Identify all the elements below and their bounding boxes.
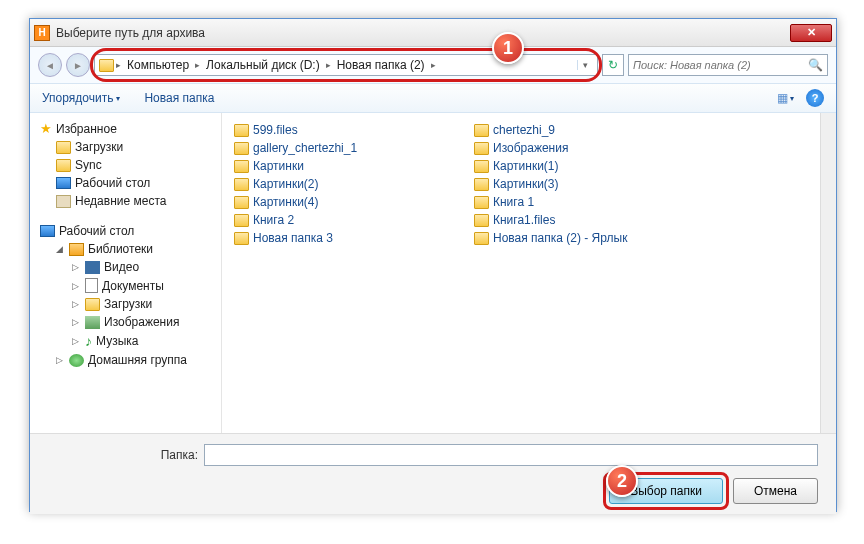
- music-icon: ♪: [85, 333, 92, 349]
- folder-icon: [99, 59, 114, 72]
- address-dropdown-icon[interactable]: ▾: [577, 60, 593, 70]
- dialog-body: ★Избранное Загрузки Sync Рабочий стол Не…: [30, 113, 836, 433]
- list-item[interactable]: Картинки: [234, 157, 474, 175]
- organize-menu[interactable]: Упорядочить ▾: [42, 91, 120, 105]
- list-item[interactable]: Новая папка (2) - Ярлык: [474, 229, 714, 247]
- breadcrumb-computer[interactable]: Компьютер: [123, 58, 193, 72]
- list-item[interactable]: Изображения: [474, 139, 714, 157]
- folder-icon: [234, 160, 249, 173]
- folder-icon: [234, 142, 249, 155]
- desktop-icon: [40, 225, 55, 237]
- folder-icon: [474, 196, 489, 209]
- expand-icon: ▷: [72, 262, 79, 272]
- sidebar-desktop[interactable]: Рабочий стол: [34, 174, 217, 192]
- expand-icon: ▷: [56, 355, 63, 365]
- breadcrumb-drive[interactable]: Локальный диск (D:): [202, 58, 324, 72]
- folder-name-input[interactable]: [204, 444, 818, 466]
- chevron-icon: ▸: [431, 60, 436, 70]
- back-button[interactable]: ◄: [38, 53, 62, 77]
- folder-icon: [234, 232, 249, 245]
- sidebar-images[interactable]: ▷Изображения: [34, 313, 217, 331]
- list-item[interactable]: gallery_chertezhi_1: [234, 139, 474, 157]
- list-item[interactable]: Картинки(4): [234, 193, 474, 211]
- annotation-marker-1: 1: [492, 32, 524, 64]
- sidebar-documents[interactable]: ▷Документы: [34, 276, 217, 295]
- homegroup-icon: [69, 354, 84, 367]
- folder-label: Папка:: [48, 448, 198, 462]
- app-icon: H: [34, 25, 50, 41]
- list-item[interactable]: Книга1.files: [474, 211, 714, 229]
- sidebar-sync[interactable]: Sync: [34, 156, 217, 174]
- sidebar-libraries[interactable]: ◢Библиотеки: [34, 240, 217, 258]
- folder-icon: [56, 141, 71, 154]
- expand-icon: ▷: [72, 281, 79, 291]
- search-icon: 🔍: [808, 58, 823, 72]
- chevron-down-icon: ▾: [116, 94, 120, 103]
- cancel-button[interactable]: Отмена: [733, 478, 818, 504]
- list-item[interactable]: 599.files: [234, 121, 474, 139]
- file-list: 599.files gallery_chertezhi_1 Картинки К…: [222, 113, 820, 433]
- sidebar-music[interactable]: ▷♪Музыка: [34, 331, 217, 351]
- folder-icon: [474, 124, 489, 137]
- annotation-marker-2: 2: [606, 465, 638, 497]
- refresh-button[interactable]: ↻: [602, 54, 624, 76]
- image-icon: [85, 316, 100, 329]
- help-icon[interactable]: ?: [806, 89, 824, 107]
- breadcrumb-folder[interactable]: Новая папка (2): [333, 58, 429, 72]
- search-box[interactable]: 🔍: [628, 54, 828, 76]
- view-options-button[interactable]: ▦▾: [774, 89, 796, 107]
- search-input[interactable]: [633, 59, 808, 71]
- list-item[interactable]: Книга 2: [234, 211, 474, 229]
- navigation-pane: ★Избранное Загрузки Sync Рабочий стол Не…: [30, 113, 222, 433]
- folder-icon: [234, 124, 249, 137]
- folder-icon: [85, 298, 100, 311]
- list-item[interactable]: Книга 1: [474, 193, 714, 211]
- scrollbar[interactable]: [820, 113, 836, 433]
- new-folder-button[interactable]: Новая папка: [144, 91, 214, 105]
- sidebar-favorites[interactable]: ★Избранное: [34, 119, 217, 138]
- folder-icon: [474, 160, 489, 173]
- expand-icon: ▷: [72, 317, 79, 327]
- library-icon: [69, 243, 84, 256]
- folder-icon: [474, 214, 489, 227]
- star-icon: ★: [40, 121, 52, 136]
- list-item[interactable]: Картинки(1): [474, 157, 714, 175]
- forward-button[interactable]: ►: [66, 53, 90, 77]
- sidebar-recent[interactable]: Недавние места: [34, 192, 217, 210]
- desktop-icon: [56, 177, 71, 189]
- list-item[interactable]: Картинки(2): [234, 175, 474, 193]
- list-item[interactable]: Картинки(3): [474, 175, 714, 193]
- sidebar-downloads2[interactable]: ▷Загрузки: [34, 295, 217, 313]
- chevron-icon: ▸: [326, 60, 331, 70]
- sidebar-downloads[interactable]: Загрузки: [34, 138, 217, 156]
- expand-icon: ▷: [72, 336, 79, 346]
- folder-icon: [234, 178, 249, 191]
- folder-icon: [234, 196, 249, 209]
- chevron-icon: ▸: [195, 60, 200, 70]
- bottom-panel: Папка: Выбор папки Отмена: [30, 433, 836, 514]
- close-button[interactable]: ✕: [790, 24, 832, 42]
- nav-bar: ◄ ► ▸ Компьютер ▸ Локальный диск (D:) ▸ …: [30, 47, 836, 83]
- folder-icon: [56, 159, 71, 172]
- expand-icon: ◢: [56, 244, 63, 254]
- window-title: Выберите путь для архива: [56, 26, 790, 40]
- toolbar: Упорядочить ▾ Новая папка ▦▾ ?: [30, 83, 836, 113]
- document-icon: [85, 278, 98, 293]
- list-item[interactable]: Новая папка 3: [234, 229, 474, 247]
- folder-icon: [234, 214, 249, 227]
- recent-icon: [56, 195, 71, 208]
- video-icon: [85, 261, 100, 274]
- folder-icon: [474, 178, 489, 191]
- chevron-icon: ▸: [116, 60, 121, 70]
- sidebar-desktop-root[interactable]: Рабочий стол: [34, 222, 217, 240]
- sidebar-homegroup[interactable]: ▷Домашняя группа: [34, 351, 217, 369]
- expand-icon: ▷: [72, 299, 79, 309]
- folder-icon: [474, 142, 489, 155]
- address-bar[interactable]: ▸ Компьютер ▸ Локальный диск (D:) ▸ Нова…: [94, 54, 598, 76]
- sidebar-video[interactable]: ▷Видео: [34, 258, 217, 276]
- shortcut-icon: [474, 232, 489, 245]
- folder-picker-dialog: H Выберите путь для архива ✕ ◄ ► ▸ Компь…: [29, 18, 837, 512]
- titlebar: H Выберите путь для архива ✕: [30, 19, 836, 47]
- list-item[interactable]: chertezhi_9: [474, 121, 714, 139]
